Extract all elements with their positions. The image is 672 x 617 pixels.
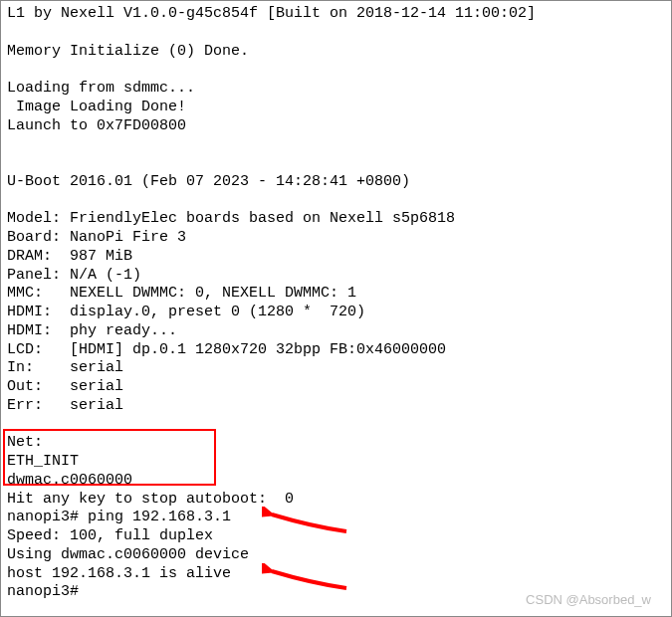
- terminal-line: Err: serial: [7, 397, 665, 416]
- terminal-line: Loading from sdmmc...: [7, 80, 665, 99]
- terminal-line: Image Loading Done!: [7, 99, 665, 117]
- terminal-line: Out: serial: [7, 378, 665, 397]
- terminal-line: U-Boot 2016.01 (Feb 07 2023 - 14:28:41 +…: [7, 173, 665, 192]
- terminal-line: Launch to 0x7FD00800: [7, 117, 665, 136]
- terminal-line: Hit any key to stop autoboot: 0: [7, 491, 665, 510]
- terminal-line: Using dwmac.c0060000 device: [7, 546, 665, 565]
- terminal-line: Memory Initialize (0) Done.: [7, 43, 665, 62]
- terminal-line: dwmac.c0060000: [7, 472, 665, 491]
- terminal-line: DRAM: 987 MiB: [7, 248, 665, 267]
- terminal-line: Model: FriendlyElec boards based on Nexe…: [7, 210, 665, 229]
- terminal-line: [7, 24, 665, 43]
- terminal-line: ETH_INIT: [7, 453, 665, 472]
- terminal-line: nanopi3# ping 192.168.3.1: [7, 509, 665, 527]
- terminal-line: LCD: [HDMI] dp.0.1 1280x720 32bpp FB:0x4…: [7, 341, 665, 360]
- terminal-line: HDMI: display.0, preset 0 (1280 * 720): [7, 304, 665, 322]
- terminal-line: [7, 135, 665, 154]
- terminal-line: [7, 61, 665, 80]
- terminal-line: Speed: 100, full duplex: [7, 527, 665, 546]
- terminal-line: L1 by Nexell V1.0.0-g45c854f [Built on 2…: [7, 5, 665, 24]
- terminal-output[interactable]: L1 by Nexell V1.0.0-g45c854f [Built on 2…: [7, 5, 665, 602]
- terminal-line: MMC: NEXELL DWMMC: 0, NEXELL DWMMC: 1: [7, 285, 665, 304]
- terminal-line: Board: NanoPi Fire 3: [7, 229, 665, 248]
- terminal-line: [7, 154, 665, 173]
- terminal-line: Net:: [7, 434, 665, 453]
- terminal-line: [7, 192, 665, 211]
- terminal-line: In: serial: [7, 359, 665, 378]
- terminal-line: HDMI: phy ready...: [7, 322, 665, 341]
- terminal-line: Panel: N/A (-1): [7, 267, 665, 286]
- terminal-line: nanopi3#: [7, 583, 665, 602]
- terminal-line: [7, 416, 665, 435]
- terminal-line: host 192.168.3.1 is alive: [7, 565, 665, 584]
